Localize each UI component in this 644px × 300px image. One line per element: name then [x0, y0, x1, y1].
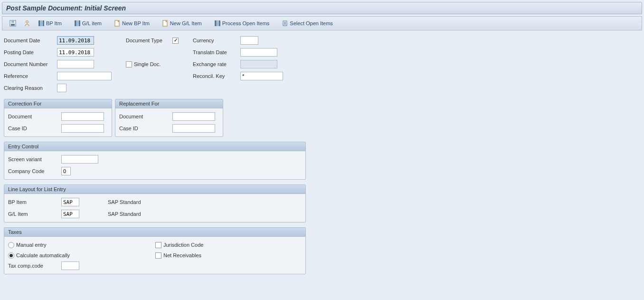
reconcil-key-input[interactable] — [240, 72, 283, 80]
toolbar-gl-item-label: G/L item — [82, 20, 102, 26]
gl-item-input[interactable] — [61, 210, 79, 218]
jurisdiction-code-label: Jurisdiction Code — [163, 242, 203, 248]
toolbar-new-gl-item[interactable]: New G/L Item — [159, 19, 205, 28]
svg-rect-12 — [215, 20, 217, 26]
entry-control-panel: Entry Control Screen variant Company Cod… — [4, 142, 306, 180]
toolbar-select-open-items-label: Select Open Items — [290, 20, 333, 26]
gl-item-label: G/L Item — [8, 211, 61, 217]
replacement-for-panel: Replacement For Document Case ID — [115, 99, 223, 137]
entry-control-title: Entry Control — [4, 142, 305, 151]
document-date-label: Document Date — [4, 38, 57, 43]
svg-rect-4 — [38, 20, 40, 26]
translatn-date-label: Translatn Date — [193, 49, 240, 55]
svg-rect-8 — [77, 20, 79, 26]
exchange-rate-input[interactable] — [240, 60, 277, 68]
svg-rect-6 — [43, 20, 44, 26]
translatn-date-input[interactable] — [240, 48, 277, 57]
toolbar-new-bp-itm[interactable]: New BP Itm — [111, 19, 153, 28]
correction-title: Correction For — [4, 99, 112, 108]
net-receivables-checkbox[interactable] — [155, 252, 161, 259]
replacement-caseid-input[interactable] — [172, 124, 215, 133]
svg-rect-13 — [217, 20, 219, 26]
svg-point-3 — [26, 21, 28, 23]
svg-rect-7 — [75, 20, 76, 26]
gl-item-text: SAP Standard — [108, 211, 141, 217]
svg-rect-2 — [11, 21, 14, 23]
jurisdiction-code-checkbox[interactable] — [155, 242, 161, 248]
svg-rect-14 — [219, 20, 220, 26]
svg-rect-1 — [11, 24, 15, 26]
replacement-title: Replacement For — [115, 99, 223, 108]
toolbar-gl-item[interactable]: G/L item — [71, 19, 105, 28]
toolbar-new-bp-itm-label: New BP Itm — [122, 20, 150, 26]
document-type-checkbox[interactable] — [172, 38, 179, 44]
posting-date-label: Posting Date — [4, 49, 57, 55]
toolbar: BP Itm G/L item New BP Itm New G/L Item … — [2, 16, 642, 30]
posting-date-input[interactable] — [57, 48, 94, 57]
company-code-input[interactable] — [61, 167, 71, 175]
line-layout-panel: Line Layout for List Entry BP Item SAP S… — [4, 184, 306, 223]
toolbar-select-open-items[interactable]: Select Open Items — [278, 19, 336, 28]
toolbar-bp-itm-label: BP Itm — [46, 20, 62, 26]
exchange-rate-label: Exchange rate — [193, 61, 240, 67]
correction-caseid-input[interactable] — [61, 124, 104, 133]
company-code-label: Company Code — [8, 168, 61, 174]
screen-variant-label: Screen variant — [8, 156, 61, 162]
calculate-auto-label: Calculate automatically — [16, 252, 70, 258]
document-number-input[interactable] — [57, 60, 94, 68]
clearing-reason-input[interactable] — [57, 84, 66, 92]
manual-entry-label: Manual entry — [16, 242, 47, 248]
screen-variant-input[interactable] — [61, 155, 98, 164]
correction-document-input[interactable] — [61, 112, 104, 121]
net-receivables-label: Net Receivables — [163, 252, 201, 258]
document-date-input[interactable] — [57, 36, 94, 45]
currency-input[interactable] — [240, 36, 258, 45]
document-type-label: Document Type — [126, 38, 172, 43]
reference-input[interactable] — [57, 72, 112, 80]
taxes-panel: Taxes Manual entry Jurisdiction Code Cal… — [4, 227, 306, 274]
toolbar-process-open-items[interactable]: Process Open Items — [211, 19, 273, 28]
toolbar-person-icon[interactable] — [20, 19, 34, 28]
reconcil-key-label: Reconcil. Key — [193, 73, 240, 79]
tax-comp-code-label: Tax comp.code — [8, 263, 61, 269]
page-title: Post Sample Document: Initial Screen — [2, 2, 642, 14]
bp-item-input[interactable] — [61, 198, 79, 206]
bp-item-text: SAP Standard — [108, 199, 141, 205]
single-doc-label: Single Doc. — [134, 61, 161, 67]
line-layout-title: Line Layout for List Entry — [4, 185, 305, 194]
tax-comp-code-input[interactable] — [61, 261, 79, 270]
replacement-caseid-label: Case ID — [119, 126, 172, 131]
toolbar-process-open-items-label: Process Open Items — [222, 20, 270, 26]
clearing-reason-label: Clearing Reason — [4, 85, 57, 91]
calculate-auto-radio[interactable] — [8, 252, 14, 259]
document-number-label: Document Number — [4, 61, 57, 67]
toolbar-bp-itm[interactable]: BP Itm — [35, 19, 65, 28]
replacement-document-label: Document — [119, 114, 172, 119]
bp-item-label: BP Item — [8, 199, 61, 205]
single-doc-checkbox[interactable] — [126, 61, 132, 68]
manual-entry-radio[interactable] — [8, 242, 14, 248]
correction-caseid-label: Case ID — [8, 126, 61, 131]
correction-document-label: Document — [8, 114, 61, 119]
reference-label: Reference — [4, 73, 57, 79]
toolbar-save-icon[interactable] — [6, 19, 19, 28]
svg-rect-5 — [41, 20, 43, 26]
svg-rect-9 — [79, 20, 80, 26]
replacement-document-input[interactable] — [172, 112, 215, 121]
toolbar-new-gl-item-label: New G/L Item — [170, 20, 202, 26]
taxes-title: Taxes — [4, 228, 305, 237]
correction-for-panel: Correction For Document Case ID — [4, 99, 112, 137]
currency-label: Currency — [193, 38, 240, 43]
